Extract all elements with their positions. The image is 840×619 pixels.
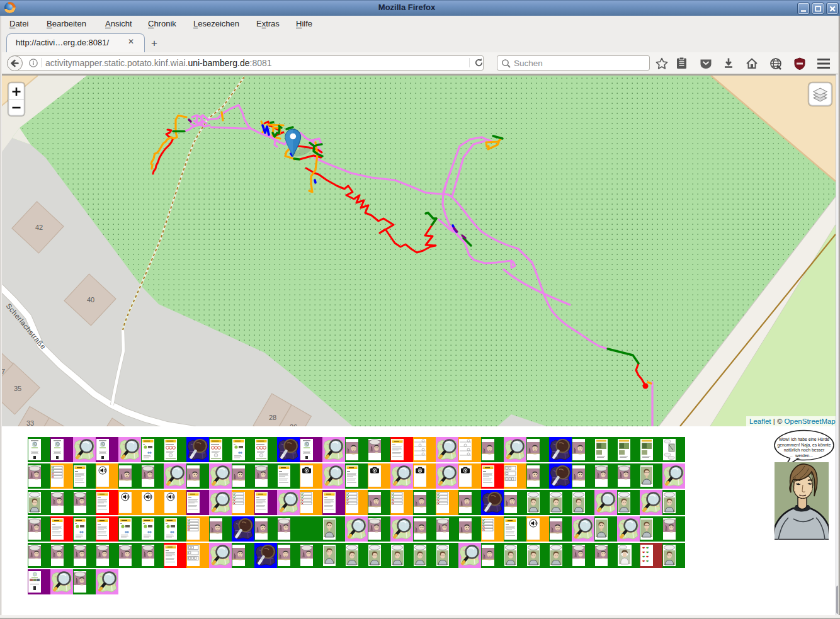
svg-text:Leaflet | © OpenStreetMap: Leaflet | © OpenStreetMap: [749, 417, 836, 425]
svg-text:42: 42: [35, 224, 43, 231]
svg-text:40: 40: [87, 296, 94, 304]
svg-text:35: 35: [14, 385, 21, 392]
svg-text:26: 26: [290, 423, 297, 426]
svg-text:33: 33: [26, 419, 34, 426]
svg-text:28: 28: [269, 414, 276, 421]
